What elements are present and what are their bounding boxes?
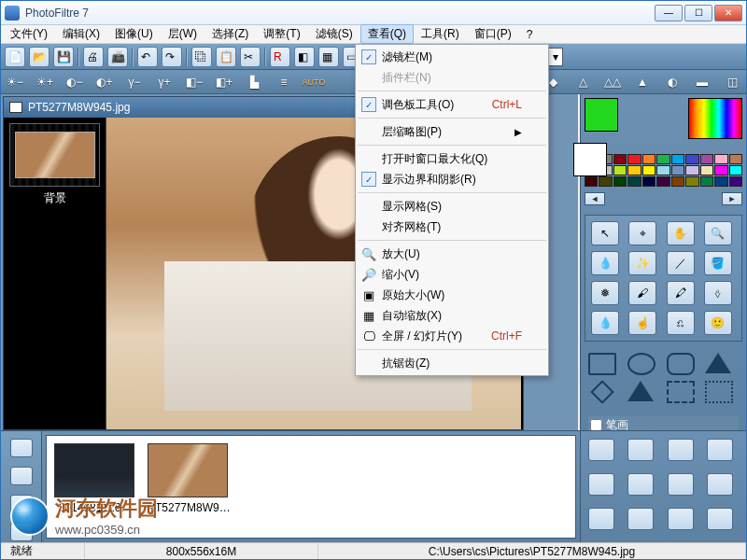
minimize-button[interactable]: — [655, 5, 683, 21]
swatch[interactable] [656, 154, 669, 164]
menu-tools[interactable]: 工具(R) [414, 24, 467, 44]
shape-lasso[interactable] [667, 381, 695, 403]
exp-tool-folder2[interactable] [707, 439, 733, 461]
gamma-minus-button[interactable]: γ− [124, 73, 145, 91]
swatch[interactable] [627, 176, 641, 187]
scan-button[interactable]: 📠 [107, 47, 128, 67]
exp-tool-snap[interactable] [707, 508, 733, 530]
shape-polygon[interactable] [705, 381, 733, 403]
menu-item-layer-thumbs[interactable]: 层缩略图(P) ▶ [356, 121, 548, 142]
undo-button[interactable]: ↶ [137, 47, 158, 67]
swatch[interactable] [685, 165, 698, 175]
color-spectrum[interactable] [688, 98, 742, 139]
paste-button[interactable]: 📋 [216, 47, 236, 67]
menu-item-show-border[interactable]: ✓ 显示边界和阴影(R) [356, 169, 548, 189]
menu-adjust[interactable]: 调整(T) [256, 24, 307, 44]
contrast-minus-button[interactable]: ◐− [64, 73, 85, 91]
menu-filter[interactable]: 滤镜(S) [308, 24, 360, 44]
exp-tool-grid[interactable] [627, 508, 654, 530]
exp-tool-select[interactable] [588, 473, 614, 496]
stamp-tool[interactable]: ⎀ [704, 281, 732, 305]
zoom-tool[interactable]: 🔍 [704, 221, 732, 245]
brightness-minus-button[interactable]: ☀− [5, 73, 25, 91]
cut-button[interactable]: ✂ [240, 47, 261, 67]
menu-image[interactable]: 图像(U) [107, 24, 161, 44]
shape-triangle[interactable] [705, 353, 731, 373]
artistic1-button[interactable]: ◐ [662, 73, 683, 91]
histogram-button[interactable]: ▙ [244, 73, 264, 91]
exp-tool-crop[interactable] [627, 473, 654, 496]
swatch-prev-button[interactable]: ◄ [585, 192, 605, 205]
levels-button[interactable]: ≡ [274, 73, 294, 91]
shape-ellipse[interactable] [627, 353, 655, 375]
swatch-next-button[interactable]: ► [722, 192, 742, 205]
shape-rect[interactable] [588, 353, 616, 375]
menu-file[interactable]: 文件(Y) [3, 24, 55, 44]
swatch[interactable] [642, 165, 655, 175]
menu-item-zoom-out[interactable]: 🔎 缩小(V) [356, 264, 548, 285]
print-button[interactable]: 🖨 [83, 47, 104, 67]
swatch[interactable] [627, 165, 641, 175]
swatch[interactable] [685, 154, 698, 164]
exp-tool-folder[interactable] [588, 439, 614, 461]
swatch[interactable] [599, 176, 612, 187]
resize-button[interactable]: ◧ [294, 47, 315, 67]
spray-tool[interactable]: ❅ [591, 281, 619, 305]
swatch[interactable] [729, 165, 742, 175]
menu-item-palette[interactable]: ✓ 调色板工具(O) Ctrl+L [356, 94, 548, 115]
background-swatch[interactable] [573, 143, 607, 176]
auto-button[interactable]: AUTO [303, 73, 324, 91]
advbrush-tool[interactable]: 🖍 [667, 281, 695, 305]
redo-button[interactable]: ↷ [162, 47, 182, 67]
exp-tool-info[interactable] [668, 439, 694, 461]
retouch-tool[interactable]: 🙂 [704, 311, 732, 335]
saturation-plus-button[interactable]: ◧+ [214, 73, 234, 91]
maximize-button[interactable]: ☐ [684, 5, 712, 21]
pipette-tool[interactable]: ⌖ [628, 221, 656, 245]
exp-tool-pattern[interactable] [707, 473, 733, 496]
foreground-swatch[interactable] [585, 98, 618, 132]
swatch[interactable] [729, 154, 742, 164]
photomask-button[interactable]: ◫ [722, 73, 742, 91]
gamma-plus-button[interactable]: γ+ [154, 73, 175, 91]
clone-tool[interactable]: ⎌ [667, 311, 695, 335]
emboss-button[interactable]: ▲ [632, 73, 653, 91]
swatch[interactable] [671, 154, 684, 164]
exp-tool-move[interactable] [668, 508, 694, 530]
blur-tool[interactable]: 💧 [591, 311, 619, 335]
saturation-minus-button[interactable]: ◧− [184, 73, 204, 91]
swatch[interactable] [700, 176, 713, 187]
swatch[interactable] [671, 165, 684, 175]
swatch[interactable] [613, 154, 627, 164]
sharpen-button[interactable]: △ [572, 73, 593, 91]
swatch[interactable] [714, 176, 727, 187]
swatch[interactable] [729, 176, 742, 187]
save-button[interactable]: 💾 [53, 47, 74, 67]
exp-tool-text[interactable] [588, 508, 614, 530]
brightness-plus-button[interactable]: ☀+ [35, 73, 55, 91]
open-button[interactable]: 📂 [29, 47, 49, 67]
explorer-thumb[interactable]: PT5277M8W9… [148, 443, 230, 514]
exp-tool-style[interactable] [668, 473, 694, 496]
canvas-button[interactable]: ▦ [318, 47, 339, 67]
shape-diamond[interactable] [590, 380, 613, 403]
explorer-tree-button[interactable] [10, 439, 33, 457]
rgb-button[interactable]: R [270, 47, 290, 67]
menu-item-open-maximize[interactable]: 打开时窗口最大化(Q) [356, 148, 548, 169]
artistic2-button[interactable]: ▬ [692, 73, 712, 91]
swatch[interactable] [714, 165, 727, 175]
menu-item-antialias[interactable]: 抗锯齿(Z) [356, 353, 548, 373]
menu-item-show-grid[interactable]: 显示网格(S) [356, 196, 548, 217]
swatch[interactable] [613, 176, 627, 187]
swatch[interactable] [714, 154, 727, 164]
close-button[interactable]: ✕ [714, 5, 742, 21]
menu-item-fullscreen[interactable]: 🖵 全屏 / 幻灯片(Y) Ctrl+F [356, 326, 548, 346]
fill-tool[interactable]: 🪣 [704, 251, 732, 275]
swatch[interactable] [585, 176, 598, 187]
menu-window[interactable]: 窗口(P) [467, 24, 519, 44]
menu-item-snap-grid[interactable]: 对齐网格(T) [356, 217, 548, 237]
shape-rounded[interactable] [667, 353, 695, 375]
menu-select[interactable]: 选择(Z) [204, 24, 256, 44]
menu-view[interactable]: 查看(Q) [360, 24, 414, 44]
pointer-tool[interactable]: ↖ [591, 221, 619, 245]
